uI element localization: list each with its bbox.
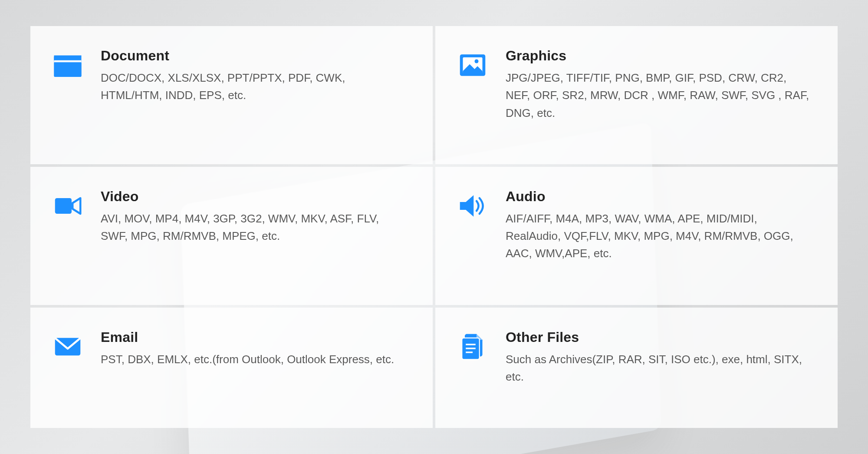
card-title: Email [101,329,407,345]
svg-point-6 [475,60,479,63]
file-type-grid: Document DOC/DOCX, XLS/XLSX, PPT/PPTX, P… [0,0,868,454]
svg-rect-0 [54,62,82,77]
card-title: Video [101,189,407,205]
card-description: DOC/DOCX, XLS/XLSX, PPT/PPTX, PDF, CWK, … [101,69,407,104]
card-description: PST, DBX, EMLX, etc.(from Outlook, Outlo… [101,351,407,368]
card-title: Other Files [506,329,812,345]
video-icon [52,189,83,222]
svg-rect-12 [466,351,473,353]
svg-rect-11 [466,348,476,349]
svg-rect-10 [466,344,476,345]
card-other-files: Other Files Such as Archives(ZIP, RAR, S… [435,308,838,428]
card-title: Graphics [506,48,812,64]
image-icon [457,48,488,81]
folder-icon [52,48,83,81]
card-description: Such as Archives(ZIP, RAR, SIT, ISO etc.… [506,351,812,386]
card-description: AVI, MOV, MP4, M4V, 3GP, 3G2, WMV, MKV, … [101,210,407,245]
svg-rect-3 [54,60,82,63]
svg-rect-7 [55,198,72,214]
card-video: Video AVI, MOV, MP4, M4V, 3GP, 3G2, WMV,… [30,167,433,305]
card-audio: Audio AIF/AIFF, M4A, MP3, WAV, WMA, APE,… [435,167,838,305]
card-description: JPG/JPEG, TIFF/TIF, PNG, BMP, GIF, PSD, … [506,69,812,122]
audio-icon [457,189,488,222]
files-icon [457,329,488,362]
card-document: Document DOC/DOCX, XLS/XLSX, PPT/PPTX, P… [30,26,433,164]
card-graphics: Graphics JPG/JPEG, TIFF/TIF, PNG, BMP, G… [435,26,838,164]
card-title: Audio [506,189,812,205]
card-description: AIF/AIFF, M4A, MP3, WAV, WMA, APE, MID/M… [506,210,812,262]
email-icon [52,329,83,362]
card-email: Email PST, DBX, EMLX, etc.(from Outlook,… [30,308,433,428]
card-title: Document [101,48,407,64]
